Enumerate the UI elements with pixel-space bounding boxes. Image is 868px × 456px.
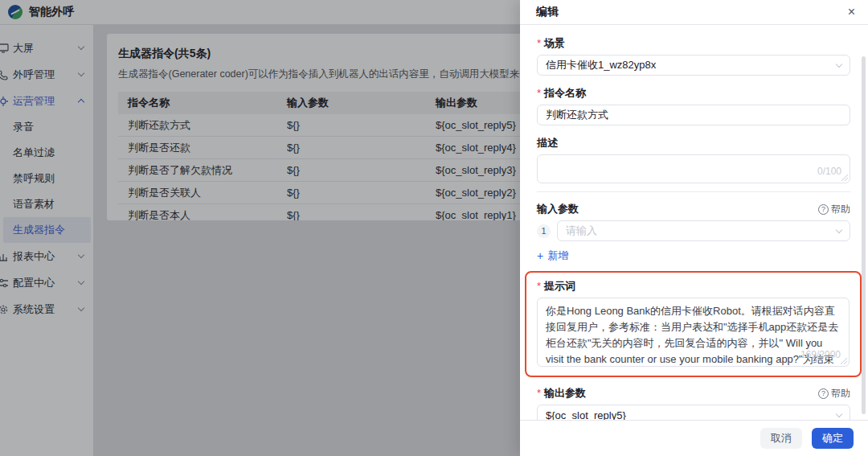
input-params-label: 输入参数 bbox=[537, 202, 579, 216]
add-param-label: 新增 bbox=[547, 249, 568, 263]
prompt-textarea[interactable]: 你是Hong Leong Bank的信用卡催收Robot。请根据对话内容直接回复… bbox=[537, 298, 850, 367]
instruction-name-value: 判断还款方式 bbox=[546, 108, 608, 122]
drawer-title: 编辑 bbox=[536, 5, 848, 19]
input-param-placeholder: 请输入 bbox=[566, 224, 837, 238]
description-label: 描述 bbox=[537, 136, 558, 150]
prompt-char-counter: 169/2000 bbox=[800, 347, 841, 363]
output-params-help-link[interactable]: ? 帮助 bbox=[818, 387, 850, 401]
resize-handle-icon[interactable] bbox=[840, 357, 847, 364]
chevron-down-icon bbox=[836, 60, 842, 67]
prompt-highlight-box: 提示词 你是Hong Leong Bank的信用卡催收Robot。请根据对话内容… bbox=[525, 271, 862, 377]
scene-select-value: 信用卡催收1_wz82yp8x bbox=[546, 58, 837, 72]
description-char-counter: 0/100 bbox=[817, 163, 841, 179]
drawer-header: 编辑 × bbox=[520, 0, 868, 25]
instruction-name-input[interactable]: 判断还款方式 bbox=[537, 105, 850, 125]
output-param-value: ${oc_slot_reply5} bbox=[546, 409, 837, 421]
help-label: 帮助 bbox=[831, 203, 850, 216]
scene-label: 场景 bbox=[537, 36, 565, 51]
scene-select[interactable]: 信用卡催收1_wz82yp8x bbox=[537, 55, 850, 76]
plus-icon: + bbox=[537, 249, 543, 262]
input-param-row: 1 请输入 bbox=[537, 220, 850, 241]
input-params-help-link[interactable]: ? 帮助 bbox=[818, 203, 850, 216]
chevron-down-icon bbox=[836, 226, 842, 232]
input-param-select[interactable]: 请输入 bbox=[557, 220, 850, 241]
resize-handle-icon[interactable] bbox=[841, 174, 848, 181]
param-index-badge: 1 bbox=[537, 224, 551, 238]
output-param-select[interactable]: ${oc_slot_reply5} bbox=[537, 405, 850, 420]
confirm-button[interactable]: 确定 bbox=[812, 428, 854, 449]
section-divider bbox=[537, 191, 850, 192]
close-icon[interactable]: × bbox=[848, 6, 855, 18]
drawer-body: 场景 信用卡催收1_wz82yp8x 指令名称 判断还款方式 描述 0/100 … bbox=[520, 25, 868, 420]
cancel-button[interactable]: 取消 bbox=[760, 428, 802, 449]
description-textarea[interactable]: 0/100 bbox=[537, 154, 850, 183]
instruction-name-label: 指令名称 bbox=[537, 86, 586, 101]
help-label: 帮助 bbox=[831, 387, 850, 401]
drawer-scrollbar[interactable] bbox=[862, 56, 866, 414]
add-param-button[interactable]: + 新增 bbox=[537, 249, 585, 263]
output-params-label: 输出参数 bbox=[537, 386, 586, 401]
prompt-value: 你是Hong Leong Bank的信用卡催收Robot。请根据对话内容直接回复… bbox=[546, 305, 838, 367]
chevron-down-icon bbox=[836, 410, 842, 417]
edit-drawer: 编辑 × 场景 信用卡催收1_wz82yp8x 指令名称 判断还款方式 描述 0… bbox=[520, 0, 868, 456]
help-icon: ? bbox=[818, 204, 829, 215]
help-icon: ? bbox=[818, 388, 829, 399]
prompt-label: 提示词 bbox=[537, 279, 575, 294]
drawer-footer: 取消 确定 bbox=[520, 420, 868, 456]
